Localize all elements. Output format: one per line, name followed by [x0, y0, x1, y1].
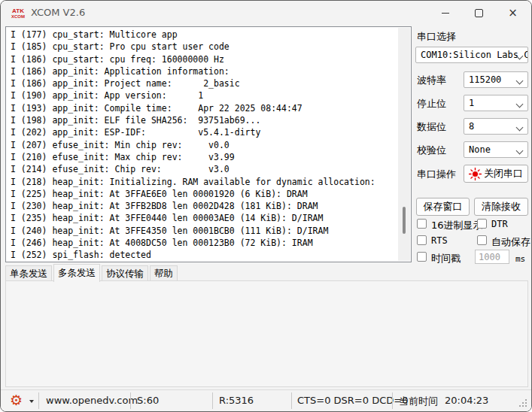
databits-label: 数据位: [417, 120, 446, 134]
receive-log-area[interactable]: I (177) cpu_start: Multicore app I (185)…: [5, 26, 412, 262]
statusbar-divider: [291, 392, 292, 409]
title-bar: ATK XCOM XCOM V2.6 ×: [1, 1, 531, 25]
chevron-down-icon: [516, 101, 524, 108]
stopbits-select[interactable]: 1: [464, 95, 528, 111]
app-icon: ATK XCOM: [10, 5, 26, 20]
close-port-button[interactable]: 关闭串口: [464, 165, 528, 183]
log-scrollbar-thumb[interactable]: [403, 207, 406, 234]
website-link[interactable]: www.openedv.com: [46, 395, 138, 406]
minimize-icon: [442, 13, 449, 14]
parity-label: 校验位: [417, 144, 446, 157]
statusbar-divider: [38, 392, 39, 409]
rts-label: RTS: [431, 235, 448, 246]
gear-dropdown-arrow-icon[interactable]: [29, 400, 34, 403]
app-icon-text-bottom: XCOM: [11, 14, 25, 19]
current-time-label: 当前时间: [399, 395, 438, 408]
stopbits-label: 停止位: [417, 97, 446, 111]
multi-send-panel: [5, 280, 528, 387]
current-time-value: 20:04:23: [445, 395, 488, 406]
parity-select[interactable]: None: [464, 141, 528, 158]
close-port-label: 关闭串口: [484, 167, 523, 180]
hex-display-checkbox[interactable]: [417, 219, 427, 229]
tab-multi-send[interactable]: 多条发送: [53, 264, 100, 282]
tab-protocol-transfer[interactable]: 协议传输: [102, 265, 148, 281]
save-window-button[interactable]: 保存窗口: [416, 198, 470, 216]
log-scrollbar[interactable]: [398, 28, 410, 261]
databits-select[interactable]: 8: [464, 118, 528, 135]
received-count: R:5316: [219, 395, 254, 406]
timestamp-unit-label: ms: [515, 254, 525, 264]
statusbar-divider: [130, 392, 131, 409]
operation-label: 串口操作: [417, 168, 456, 181]
status-bar: ⚙ www.openedv.com S:60 R:5316 CTS=0 DSR=…: [1, 389, 531, 411]
maximize-icon: [475, 9, 483, 17]
baud-label: 波特率: [417, 74, 446, 87]
stopbits-select-value: 1: [469, 98, 474, 108]
timestamp-label: 时间戳: [431, 252, 461, 265]
auto-save-checkbox[interactable]: [477, 235, 487, 245]
databits-select-value: 8: [469, 121, 474, 132]
parity-select-value: None: [469, 144, 491, 155]
port-select[interactable]: COM10:Silicon Labs CP: [415, 47, 528, 63]
gear-icon[interactable]: ⚙: [10, 392, 23, 408]
close-button[interactable]: ×: [496, 1, 530, 25]
close-icon: ×: [508, 8, 518, 19]
resize-grip[interactable]: [519, 399, 521, 401]
baud-select[interactable]: 115200: [464, 71, 528, 88]
rts-checkbox[interactable]: [417, 235, 427, 245]
timestamp-interval-input[interactable]: [475, 250, 509, 264]
maximize-button[interactable]: [462, 1, 496, 25]
minimize-button[interactable]: [428, 1, 462, 25]
dtr-label: DTR: [491, 219, 508, 229]
clear-receive-button[interactable]: 清除接收: [474, 198, 528, 216]
port-select-value: COM10:Silicon Labs CP: [421, 50, 528, 60]
timestamp-checkbox[interactable]: [417, 252, 427, 262]
chevron-down-icon: [516, 77, 524, 85]
chevron-down-icon: [516, 147, 524, 155]
statusbar-divider: [392, 392, 393, 409]
baud-select-value: 115200: [469, 74, 501, 85]
window-title: XCOM V2.6: [31, 7, 85, 18]
port-led-icon: [469, 168, 482, 180]
send-tabs: 单条发送 多条发送 协议传输 帮助: [5, 265, 179, 281]
tab-single-send[interactable]: 单条发送: [5, 265, 52, 281]
sent-count: S:60: [137, 395, 159, 406]
port-section-label: 串口选择: [417, 30, 456, 44]
tab-help[interactable]: 帮助: [150, 265, 178, 281]
receive-log-text[interactable]: I (177) cpu_start: Multicore app I (185)…: [6, 27, 402, 262]
dtr-checkbox[interactable]: [477, 219, 487, 229]
auto-save-label: 自动保存: [491, 235, 530, 249]
app-icon-text-top: ATK: [12, 8, 24, 14]
chevron-down-icon: [516, 124, 524, 132]
xcom-window: ATK XCOM XCOM V2.6 × I (177) cpu_start: …: [0, 0, 532, 412]
statusbar-divider: [212, 392, 213, 409]
hex-display-label: 16进制显示: [431, 219, 483, 232]
